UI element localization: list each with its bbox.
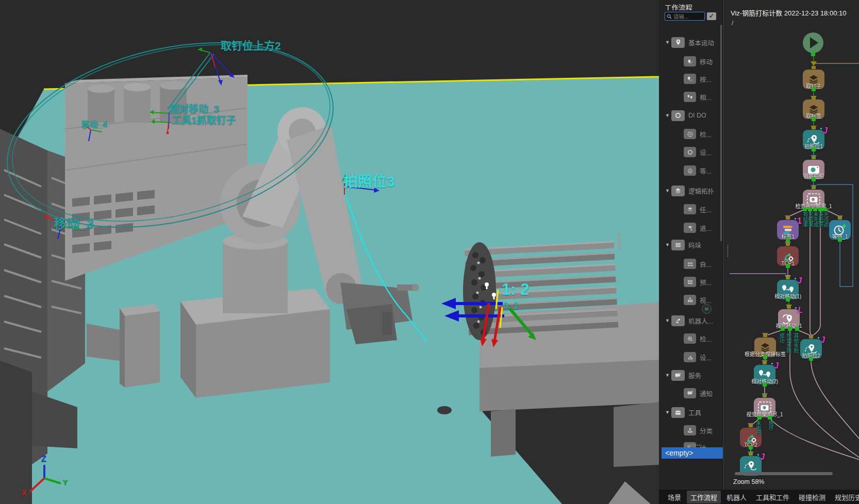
sidebar-item-set-do[interactable]: 设... [659,146,721,158]
di-listen-badge[interactable]: DI [702,304,712,314]
output-port-unfinished[interactable] [813,207,817,211]
tab-tools-workpieces[interactable]: 工具和工件 [752,491,793,503]
di-wait-icon: DI [684,165,696,176]
sidebar-item-robot-set[interactable]: 设... [659,351,721,363]
panel-splitter-handle[interactable] [618,233,620,250]
search-input[interactable]: 请输... [665,12,705,21]
canvas-resize-handle[interactable]: •••••• [727,245,730,257]
canvas-horizontal-scrollbar[interactable] [735,472,833,475]
collapse-icon[interactable]: ▼ [665,40,671,45]
output-port-return[interactable] [822,207,827,211]
di-check-icon: DI [684,129,696,139]
output-port[interactable] [812,177,816,181]
edge-label-exhausted: 用尽 [768,421,773,431]
sidebar-item-vision-pallet[interactable]: 视... [659,294,721,306]
output-port[interactable] [786,238,790,242]
output-port-not-exhausted[interactable] [757,415,762,419]
sidebar-item-logic[interactable]: ▼逻辑拓扑 [659,185,721,196]
sidebar-item-service[interactable]: ▼1服务 [659,369,721,381]
workflow-canvas[interactable]: Viz-钢筋打标计数 2022-12-23 18:00:10 / [723,0,859,490]
sidebar-item-tools[interactable]: ▼工具 [659,407,721,418]
output-port[interactable] [812,147,816,152]
sidebar-label: 预... [700,277,712,287]
output-port-no-result[interactable] [808,207,812,211]
collapse-icon[interactable]: ▼ [665,373,671,378]
node-relative-move-2[interactable]: J 相对移动(2) [754,365,775,384]
sidebar-item-wait-di[interactable]: DI等... [659,165,721,176]
3d-viewport[interactable]: 取钉位上方2 相对移动_3 工具1抓取钉子 移动_4 拍照位3 移动_3 1: … [0,0,659,504]
tab-robot[interactable]: 机器人 [723,491,750,503]
node-take-nail[interactable]: 取钉子 [803,70,824,89]
sidebar-item-notify[interactable]: 1通知 [659,388,721,399]
tab-workflow[interactable]: 工作流程 [687,491,721,503]
collapse-icon[interactable]: ▼ [665,188,671,193]
sidebar-item-exit[interactable]: 退... [659,222,721,233]
node-wait-1[interactable]: 等待_1 [829,220,851,240]
output-port[interactable] [786,264,790,268]
node-vision-move[interactable]: L 视觉移动_1 [778,309,800,329]
collapse-icon[interactable]: ▼ [665,410,671,415]
sidebar-item-by-grid[interactable]: 按... [659,73,721,85]
filter-checkbox[interactable]: ✓ [707,12,716,20]
output-port-success[interactable] [781,327,785,331]
sidebar-item-di-do[interactable]: ▼DI DO [659,110,721,121]
node-check-vision-result[interactable]: 检查视觉结果_1 [803,190,824,209]
sidebar-item-custom-pallet[interactable]: 自... [659,258,721,270]
count-label-0-1: 0: 1 [503,301,518,311]
output-port-exhausted[interactable] [768,415,772,419]
node-label-1[interactable]: 1 标签1 [777,220,799,240]
output-port[interactable] [763,382,767,387]
sidebar-item-robot[interactable]: ▼机器人... [659,315,721,326]
output-port-other-fail[interactable] [795,327,799,331]
svg-text:DI: DI [689,170,691,172]
node-tcp-1[interactable]: TCP1 [777,246,799,266]
sidebar-label: 视... [700,295,712,305]
sidebar-item-check-di[interactable]: DI检... [659,128,721,140]
sidebar-scrollbar[interactable] [720,25,722,241]
collapse-icon[interactable]: ▼ [665,242,671,247]
output-port[interactable] [811,52,815,56]
node-photo-pos-1[interactable]: J 拍照位1 [803,130,824,149]
output-port-rephoto[interactable] [818,207,822,211]
output-port[interactable] [749,445,753,449]
start-node[interactable] [803,32,823,53]
empty-palette-item[interactable]: <empty> [662,447,723,459]
output-port[interactable] [809,357,813,361]
node-vision-exhausted[interactable]: 视觉结果用尽_1 [754,398,775,417]
waypoint-label-tool-grab: 工具1抓取钉子 [172,112,236,126]
collapse-icon[interactable]: ▼ [665,318,671,323]
node-branch-weld-label[interactable]: 根据分支焊接标签 [754,338,776,357]
output-port[interactable] [786,297,790,301]
output-port[interactable] [812,87,816,91]
sidebar-item-robot-check[interactable]: 检... [659,333,721,344]
node-photo-pos-2[interactable]: J 拍照位2 [800,339,822,359]
sidebar-item-palletize[interactable]: ▼码垛 [659,239,721,250]
sidebar-item-basic-motion[interactable]: ▼基本运动 [659,37,721,48]
node-relative-move-1[interactable]: J 相对移动(1) [777,280,799,299]
node-rebar-photo[interactable]: 钢筋拍照 [803,160,824,179]
tab-collision-detect[interactable]: 碰撞检测 [795,491,829,503]
sidebar-item-relative[interactable]: 相... [659,91,721,103]
joint-badge: J [797,276,802,285]
layers-icon [684,204,696,214]
sidebar-label: DI DO [688,112,706,119]
tab-scene[interactable]: 场景 [664,491,685,503]
sidebar-item-classify[interactable]: 分类 [659,425,721,436]
pallet-icon [684,277,696,287]
sidebar-item-move[interactable]: 移动 [659,56,721,67]
sidebar-item-preset-pallet[interactable]: 预... [659,276,721,288]
sidebar-label: 退... [700,223,712,233]
collapse-icon[interactable]: ▼ [665,113,671,118]
output-port[interactable] [763,355,767,359]
output-port-plan-fail[interactable] [788,327,792,331]
edge-label-not-exhausted: 未用尽 [755,421,761,436]
node-take-label[interactable]: 取标签 [803,99,824,119]
tab-planning-history[interactable]: 规划历史 [831,491,859,503]
sidebar-item-task[interactable]: 任... [659,204,721,215]
layers-exit-icon [684,223,696,233]
zoom-level-label: Zoom 58% [733,478,764,485]
output-port-has-result[interactable] [803,207,807,211]
sidebar-label: 自... [700,259,712,269]
output-port[interactable] [838,238,842,242]
output-port[interactable] [812,117,816,121]
